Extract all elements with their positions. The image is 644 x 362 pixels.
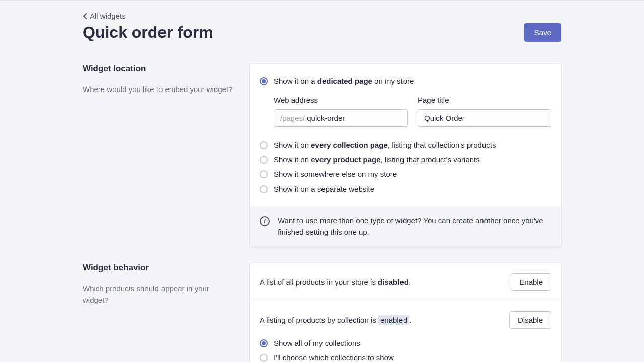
web-address-value: quick-order	[307, 114, 345, 122]
back-link[interactable]: All widgets	[83, 12, 126, 20]
radio-collection-page[interactable]: Show it on every collection page, listin…	[260, 138, 551, 152]
radio-icon	[260, 141, 268, 149]
radio-somewhere-else[interactable]: Show it somewhere else on my store	[260, 167, 551, 182]
by-collection-status-text: A listing of products by collection is e…	[260, 316, 412, 324]
web-address-prefix: /pages/	[280, 114, 305, 122]
location-description: Where would you like to embed your widge…	[83, 84, 233, 96]
info-banner-text: Want to use more than one type of widget…	[278, 215, 551, 238]
page-title: Quick order form	[83, 23, 213, 42]
radio-product-page[interactable]: Show it on every product page, listing t…	[260, 152, 551, 167]
page-title-input[interactable]: Quick Order	[418, 109, 551, 127]
radio-icon	[260, 185, 268, 193]
behavior-card: A list of all products in your store is …	[250, 263, 561, 362]
radio-dedicated-label: Show it on a dedicated page on my store	[274, 77, 414, 85]
all-products-status-text: A list of all products in your store is …	[260, 278, 411, 286]
back-link-label: All widgets	[90, 12, 126, 20]
radio-separate-label: Show it on a separate website	[274, 185, 374, 193]
radio-choose-collections-label: I'll choose which collections to show	[274, 353, 394, 362]
radio-separate-website[interactable]: Show it on a separate website	[260, 182, 551, 196]
page-title-value: Quick Order	[424, 114, 465, 122]
web-address-label: Web address	[274, 96, 408, 104]
radio-all-collections-label: Show all of my collections	[274, 339, 360, 347]
location-card: Show it on a dedicated page on my store …	[250, 64, 561, 247]
radio-icon	[260, 170, 268, 178]
radio-icon	[260, 339, 268, 347]
enable-button[interactable]: Enable	[511, 273, 551, 291]
disable-button[interactable]: Disable	[509, 311, 551, 329]
radio-somewhere-label: Show it somewhere else on my store	[274, 170, 397, 178]
radio-icon	[260, 354, 268, 362]
radio-all-collections[interactable]: Show all of my collections	[260, 336, 551, 350]
radio-collection-label: Show it on every collection page, listin…	[274, 141, 496, 149]
radio-dedicated-page[interactable]: Show it on a dedicated page on my store	[260, 74, 551, 88]
radio-icon	[260, 156, 268, 164]
radio-choose-collections[interactable]: I'll choose which collections to show	[260, 350, 551, 362]
page-title-label: Page title	[418, 96, 551, 104]
info-banner: i Want to use more than one type of widg…	[250, 206, 561, 247]
radio-icon	[260, 77, 268, 85]
location-heading: Widget location	[83, 64, 233, 74]
web-address-input[interactable]: /pages/quick-order	[274, 109, 408, 127]
radio-product-label: Show it on every product page, listing t…	[274, 155, 480, 164]
behavior-heading: Widget behavior	[83, 263, 233, 273]
info-icon: i	[260, 216, 270, 226]
save-button[interactable]: Save	[524, 23, 561, 42]
chevron-left-icon	[83, 13, 88, 20]
behavior-description: Which products should appear in your wid…	[83, 283, 233, 306]
